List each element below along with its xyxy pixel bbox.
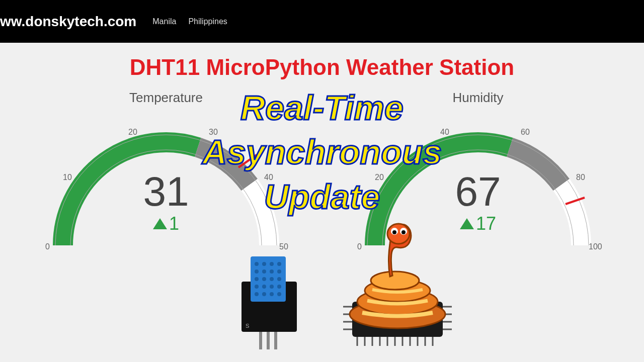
gauge-temperature-delta-value: 1 [169, 213, 179, 234]
svg-point-23 [277, 292, 281, 296]
svg-point-10 [270, 269, 274, 274]
gauge-humidity-delta-value: 17 [476, 213, 496, 234]
tick-30: 30 [209, 128, 218, 136]
tick-h60: 60 [521, 128, 530, 136]
svg-point-17 [262, 285, 266, 289]
svg-point-22 [270, 292, 274, 296]
svg-point-14 [270, 277, 274, 281]
tick-h20: 20 [375, 173, 384, 182]
gauge-humidity-title: Humidity [337, 90, 619, 106]
svg-text:S: S [246, 323, 249, 329]
svg-point-55 [392, 230, 396, 234]
svg-rect-26 [267, 332, 270, 349]
tick-20: 20 [128, 128, 137, 136]
gauge-humidity-value: 67 [455, 168, 501, 215]
svg-rect-25 [259, 332, 262, 349]
svg-point-7 [277, 262, 281, 266]
topbar: ww.donskytech.com Manila Philippines [0, 0, 644, 43]
tick-10: 10 [63, 173, 72, 182]
gauge-temperature-title: Temperature [25, 90, 307, 106]
svg-point-8 [255, 269, 259, 274]
svg-point-18 [270, 285, 274, 289]
svg-point-12 [255, 277, 259, 281]
svg-point-56 [401, 230, 406, 234]
svg-point-15 [277, 277, 281, 281]
delta-up-icon [153, 218, 167, 229]
svg-point-11 [277, 269, 281, 274]
tick-40: 40 [264, 173, 273, 182]
site-url[interactable]: ww.donskytech.com [0, 14, 136, 30]
tick-0: 0 [45, 242, 50, 251]
tick-h80: 80 [576, 173, 585, 182]
svg-point-4 [255, 262, 259, 266]
nav-link-manila[interactable]: Manila [152, 17, 176, 26]
tick-50: 50 [279, 242, 288, 251]
svg-point-51 [371, 272, 419, 290]
svg-point-9 [262, 269, 266, 274]
svg-point-19 [277, 285, 281, 289]
dht11-sensor-icon: S [236, 251, 302, 352]
tick-h100: 100 [589, 242, 602, 251]
gauge-temperature-value: 31 [143, 168, 189, 215]
gauge-temperature: Temperature 0 10 20 30 40 50 31 1 [25, 90, 307, 257]
svg-point-20 [255, 292, 259, 296]
gauge-temperature-delta: 1 [153, 213, 179, 234]
svg-point-21 [262, 292, 266, 296]
page-title: DHT11 MicroPython Weather Station [0, 55, 644, 80]
svg-point-6 [270, 262, 274, 266]
tick-h40: 40 [440, 128, 449, 136]
nav-link-philippines[interactable]: Philippines [188, 17, 227, 26]
svg-point-52 [387, 224, 410, 244]
svg-point-5 [262, 262, 266, 266]
svg-point-16 [255, 285, 259, 289]
micropython-mascot-icon [322, 216, 468, 352]
nav-links: Manila Philippines [152, 17, 227, 26]
svg-rect-27 [274, 332, 277, 349]
svg-point-13 [262, 277, 266, 281]
